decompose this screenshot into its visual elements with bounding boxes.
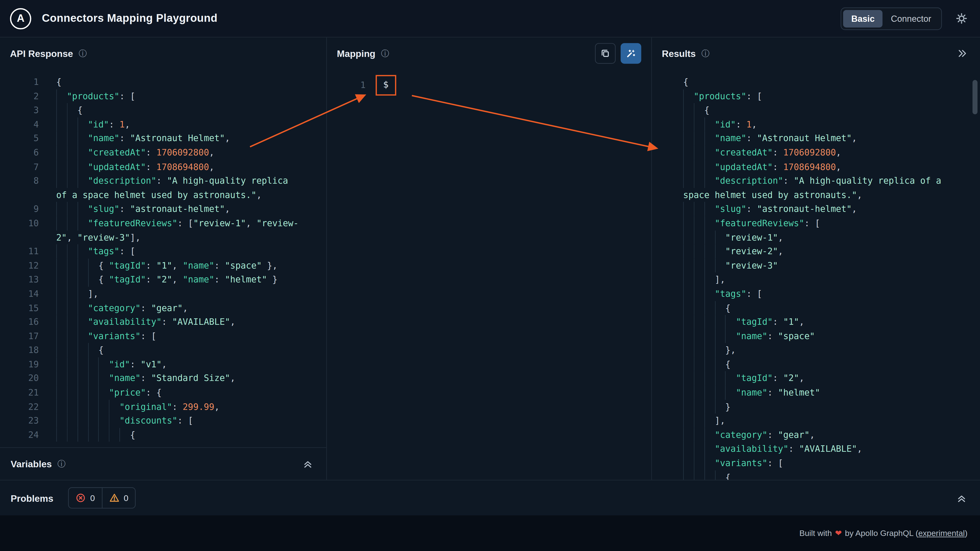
warning-count: 0: [124, 493, 129, 502]
header-actions: Basic Connector: [841, 7, 970, 30]
results-scrollbar[interactable]: [973, 80, 978, 114]
info-icon[interactable]: ⓘ: [79, 48, 87, 59]
magic-wand-icon: [626, 48, 636, 58]
footer-text: ): [965, 529, 967, 538]
info-icon[interactable]: ⓘ: [57, 459, 65, 470]
mapping-root-token[interactable]: $: [375, 75, 396, 95]
info-icon[interactable]: ⓘ: [701, 48, 710, 59]
warning-triangle-icon: [109, 493, 119, 503]
double-chevron-up-icon: [302, 459, 313, 469]
results-panel: Results ⓘ { "products": [ { "id": 1, "na…: [652, 38, 980, 480]
problems-badges: 0 0: [68, 487, 136, 509]
results-title: Results: [662, 48, 696, 58]
api-response-panel: API Response ⓘ 1{2 "products": [3 {4 "id…: [0, 38, 327, 480]
logo-letter: A: [17, 12, 24, 25]
problems-title: Problems: [11, 493, 53, 503]
mapping-root-value: $: [383, 79, 388, 89]
heart-icon: ❤: [835, 529, 842, 538]
error-count-badge: 0: [69, 488, 102, 508]
app-footer: Built with ❤ by Apollo GraphQL (experime…: [0, 515, 980, 551]
double-chevron-right-icon: [957, 48, 967, 58]
mode-basic-button[interactable]: Basic: [843, 10, 883, 27]
mapping-panel: Mapping ⓘ: [327, 38, 652, 480]
footer-text: Built with: [799, 529, 832, 538]
error-count: 0: [90, 493, 95, 502]
mapping-header: Mapping ⓘ: [327, 38, 651, 69]
app-window: A Connectors Mapping Playground Basic Co…: [0, 0, 980, 551]
copy-icon: [600, 48, 611, 58]
variables-title: Variables: [11, 459, 52, 469]
apollo-logo-icon: A: [10, 8, 31, 29]
mapping-actions: [595, 43, 641, 64]
problems-bar: Problems 0 0: [0, 480, 980, 515]
results-collapse-button[interactable]: [955, 45, 970, 61]
results-header: Results ⓘ: [652, 38, 980, 69]
api-response-header: API Response ⓘ: [0, 38, 326, 69]
main-area: API Response ⓘ 1{2 "products": [3 {4 "id…: [0, 38, 980, 480]
mapping-line: 1 $: [327, 75, 651, 95]
page-title: Connectors Mapping Playground: [42, 12, 218, 25]
error-circle-icon: [76, 493, 86, 503]
mapping-editor[interactable]: 1 $: [327, 68, 651, 480]
results-editor[interactable]: { "products": [ { "id": 1, "name": "Astr…: [652, 68, 980, 480]
sun-icon: [956, 13, 967, 24]
generate-mapping-button[interactable]: [620, 43, 641, 64]
variables-collapse-button[interactable]: [300, 456, 316, 472]
mapping-title: Mapping: [337, 48, 375, 58]
copy-mapping-button[interactable]: [595, 43, 616, 64]
theme-toggle-button[interactable]: [953, 10, 970, 27]
api-response-title: API Response: [10, 48, 73, 58]
experimental-link[interactable]: experimental: [918, 529, 965, 538]
warning-count-badge: 0: [102, 488, 135, 508]
problems-collapse-button[interactable]: [954, 490, 969, 506]
mode-connector-button[interactable]: Connector: [883, 10, 940, 27]
mode-toggle: Basic Connector: [841, 7, 942, 30]
footer-text: by Apollo GraphQL (: [845, 529, 918, 538]
app-header: A Connectors Mapping Playground Basic Co…: [0, 0, 980, 38]
variables-bar: Variables ⓘ: [0, 447, 326, 480]
double-chevron-up-icon: [956, 493, 967, 503]
info-icon[interactable]: ⓘ: [381, 48, 389, 59]
api-response-editor[interactable]: 1{2 "products": [3 {4 "id": 1,5 "name": …: [0, 68, 326, 447]
mapping-line-number: 1: [327, 78, 366, 92]
